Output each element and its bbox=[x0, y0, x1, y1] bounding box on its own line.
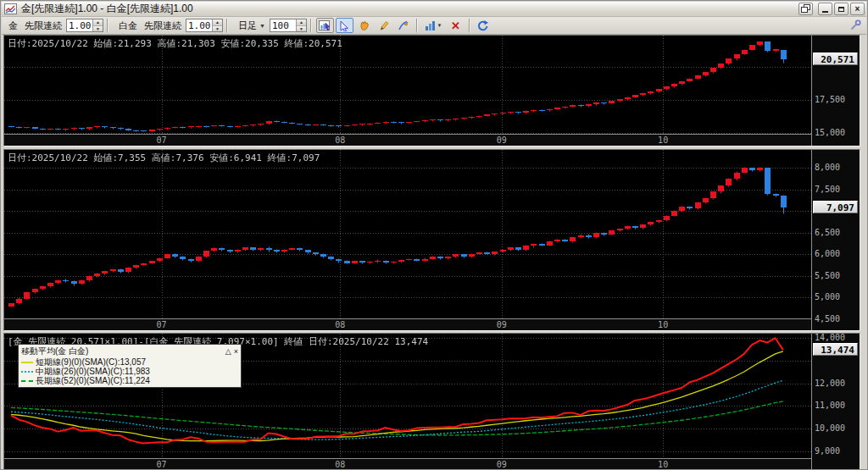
gold-chart-panel: 日付:2025/10/22 始値:21,293 高値:21,303 安値:20,… bbox=[3, 35, 860, 147]
hand-pan-tool-button[interactable] bbox=[355, 18, 373, 33]
gold-candlestick-chart[interactable] bbox=[4, 36, 811, 135]
toolbar-separator bbox=[310, 19, 312, 32]
spread-x-axis: 07080910 bbox=[4, 458, 811, 469]
pen-annotate-tool-button[interactable] bbox=[394, 18, 412, 33]
gold-multiplier-spinner[interactable]: 1.00 ▲▼ bbox=[66, 19, 103, 32]
y-axis-tick-label: 5,500 bbox=[815, 271, 840, 280]
chevron-down-icon[interactable]: ▼ bbox=[437, 23, 442, 28]
close-icon: × bbox=[855, 5, 860, 14]
indicator-bars-button[interactable]: ▼ bbox=[422, 18, 445, 33]
gold-symbol-label: 金 bbox=[8, 19, 18, 32]
remove-indicator-button[interactable]: ✕ bbox=[447, 18, 465, 33]
legend-row-long-ma: 長期線(52)(0)(SMA)(C):11,224 bbox=[21, 376, 238, 385]
spin-down-icon[interactable]: ▼ bbox=[93, 25, 103, 32]
x-axis-month-label: 07 bbox=[157, 320, 167, 329]
gold-multiplier-value[interactable]: 1.00 bbox=[67, 19, 92, 31]
pencil-icon bbox=[378, 20, 389, 31]
toolbar-separator bbox=[107, 19, 108, 32]
last-price-badge: 7,097 bbox=[813, 201, 858, 213]
platinum-series-label[interactable]: 先限連続 bbox=[144, 19, 181, 32]
x-axis-month-label: 09 bbox=[497, 135, 507, 145]
spinner-buttons[interactable]: ▲▼ bbox=[296, 19, 306, 31]
toolbar-separator bbox=[226, 19, 228, 32]
toolbar-separator bbox=[469, 19, 470, 32]
pen-annotate-icon bbox=[398, 20, 409, 31]
platinum-ohlc-info: 日付:2025/10/22 始値:7,355 高値:7,376 安値:6,941… bbox=[8, 152, 320, 164]
select-arrow-tool-button[interactable] bbox=[336, 18, 353, 33]
spinner-buttons[interactable]: ▲▼ bbox=[212, 19, 222, 31]
platinum-y-axis: 8,0007,5006,5006,0005,5005,0004,5007,097 bbox=[811, 150, 860, 330]
remove-indicator-icon: ✕ bbox=[451, 20, 460, 31]
toolbar-separator bbox=[416, 19, 418, 32]
y-axis-tick-label: 14,000 bbox=[815, 334, 845, 342]
platinum-symbol-label: 白金 bbox=[119, 19, 137, 32]
y-axis-tick-label: 10,000 bbox=[815, 423, 845, 433]
y-axis-tick-label: 7,500 bbox=[815, 185, 840, 194]
gold-x-axis: 07080910 bbox=[4, 134, 811, 146]
y-axis-tick-label: 17,500 bbox=[815, 95, 845, 104]
platinum-chart-panel: 日付:2025/10/22 始値:7,355 高値:7,376 安値:6,941… bbox=[3, 149, 860, 331]
chart-cursor-icon bbox=[319, 20, 331, 31]
x-axis-month-label: 09 bbox=[497, 460, 507, 469]
y-axis-tick-label: 6,000 bbox=[815, 249, 840, 258]
last-price-badge: 13,474 bbox=[813, 343, 858, 356]
app-window: 金[先限連続]1.00 - 白金[先限連続]1.00 × 金 先限連続 1.00… bbox=[0, 0, 868, 470]
short-ma-swatch bbox=[21, 362, 33, 363]
minimize-icon bbox=[822, 11, 828, 13]
minimize-button[interactable] bbox=[818, 3, 832, 15]
title-bar[interactable]: 金[先限連続]1.00 - 白金[先限連続]1.00 × bbox=[2, 2, 866, 17]
hand-pan-icon bbox=[359, 20, 370, 31]
maximize-button[interactable] bbox=[834, 3, 849, 15]
refresh-button[interactable] bbox=[475, 18, 492, 33]
platinum-multiplier-value[interactable]: 1.00 bbox=[186, 19, 212, 31]
x-axis-month-label: 10 bbox=[658, 320, 668, 329]
refresh-icon bbox=[477, 20, 489, 31]
gold-y-axis: 17,50015,00020,571 bbox=[811, 36, 860, 146]
gold-series-label[interactable]: 先限連続 bbox=[25, 19, 62, 32]
legend-close-icon[interactable]: × bbox=[234, 347, 238, 356]
y-axis-tick-label: 12,000 bbox=[815, 379, 845, 388]
x-axis-month-label: 08 bbox=[335, 320, 345, 329]
x-axis-month-label: 09 bbox=[497, 320, 507, 329]
moving-average-legend[interactable]: 移動平均(金 白金) △ × 短期線(9)(0)(SMA)(C):13,057 … bbox=[18, 344, 242, 388]
pencil-draw-tool-button[interactable] bbox=[375, 18, 392, 33]
platinum-multiplier-spinner[interactable]: 1.00 ▲▼ bbox=[186, 19, 223, 32]
y-axis-tick-label: 4,500 bbox=[815, 314, 840, 323]
bar-count-spinner[interactable]: 100 ▲▼ bbox=[270, 19, 307, 32]
bar-count-value[interactable]: 100 bbox=[270, 19, 296, 31]
settings-wrench-icon[interactable] bbox=[850, 19, 861, 32]
y-axis-tick-label: 5,000 bbox=[815, 292, 840, 301]
y-axis-tick-label: 11,000 bbox=[815, 401, 845, 410]
spin-down-icon[interactable]: ▼ bbox=[297, 25, 306, 32]
chart-cursor-tool-button[interactable] bbox=[316, 18, 334, 33]
last-price-badge: 20,571 bbox=[813, 53, 858, 65]
x-axis-month-label: 07 bbox=[157, 135, 167, 145]
timeframe-dropdown[interactable]: 日足 bbox=[238, 19, 257, 32]
y-axis-tick-label: 9,000 bbox=[815, 446, 840, 456]
platinum-x-axis: 07080910 bbox=[4, 318, 811, 330]
spread-chart-panel: [金 先限連続 20,571×1.00]-[白金 先限連続 7,097×1.00… bbox=[3, 333, 860, 470]
select-arrow-icon bbox=[339, 20, 349, 31]
legend-collapse-icon[interactable]: △ bbox=[225, 347, 231, 356]
window-title: 金[先限連続]1.00 - 白金[先限連続]1.00 bbox=[21, 2, 193, 16]
x-axis-month-label: 10 bbox=[658, 460, 668, 469]
toolbar: 金 先限連続 1.00 ▲▼ 白金 先限連続 1.00 ▲▼ 日足 ▼ 100 … bbox=[2, 17, 866, 35]
spinner-buttons[interactable]: ▲▼ bbox=[92, 19, 103, 31]
indicator-bars-icon bbox=[425, 20, 436, 30]
long-ma-swatch bbox=[21, 380, 33, 382]
x-axis-month-label: 07 bbox=[157, 460, 167, 469]
app-icon bbox=[4, 3, 18, 14]
close-button[interactable]: × bbox=[850, 3, 865, 15]
platinum-candlestick-chart[interactable] bbox=[4, 150, 811, 319]
y-axis-tick-label: 8,000 bbox=[815, 163, 840, 172]
maximize-icon bbox=[838, 7, 844, 12]
spin-down-icon[interactable]: ▼ bbox=[213, 25, 222, 32]
x-axis-month-label: 08 bbox=[335, 460, 345, 469]
cascade-window-button[interactable] bbox=[798, 3, 813, 15]
y-axis-tick-label: 6,500 bbox=[815, 228, 840, 237]
chevron-down-icon[interactable]: ▼ bbox=[259, 23, 265, 29]
long-ma-label: 長期線(52)(0)(SMA)(C):11,224 bbox=[36, 375, 150, 387]
spread-y-axis: 14,00012,00011,00010,0009,00013,474 bbox=[811, 334, 860, 469]
x-axis-month-label: 10 bbox=[658, 135, 668, 145]
gold-ohlc-info: 日付:2025/10/22 始値:21,293 高値:21,303 安値:20,… bbox=[8, 37, 342, 50]
